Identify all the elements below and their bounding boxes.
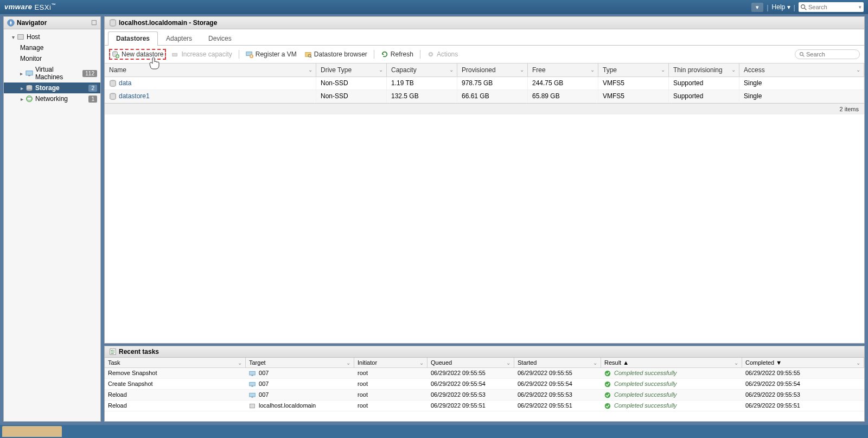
storage-count-badge: 2 xyxy=(88,85,97,92)
navigator-title: Navigator ☐ xyxy=(4,17,100,29)
svg-line-20 xyxy=(310,56,311,58)
svg-point-31 xyxy=(605,371,611,377)
actions-button: Actions xyxy=(425,49,460,59)
task-row[interactable]: Create Snapshot 007root06/29/2022 09:55:… xyxy=(105,379,864,390)
user-menu[interactable]: ▾ xyxy=(751,3,763,12)
logo: vmwareESXi™ xyxy=(4,3,56,11)
increase-capacity-button: Increase capacity xyxy=(169,49,234,59)
nav-manage[interactable]: Manage xyxy=(4,42,100,53)
tab-adapters[interactable]: Adapters xyxy=(158,31,200,45)
tcol-initiator[interactable]: Initiator⌄ xyxy=(354,358,427,367)
networking-count-badge: 1 xyxy=(88,96,97,103)
svg-rect-30 xyxy=(252,375,253,376)
grid-footer: 2 items xyxy=(105,103,864,115)
svg-rect-6 xyxy=(28,75,30,77)
svg-point-9 xyxy=(27,89,33,91)
svg-rect-36 xyxy=(252,397,253,398)
new-datastore-icon xyxy=(112,50,119,58)
svg-line-25 xyxy=(803,55,805,56)
datastores-grid: Name⌄ Drive Type⌄ Capacity⌄ Provisioned⌄… xyxy=(105,63,864,343)
svg-point-37 xyxy=(605,392,611,398)
nav-host[interactable]: ▾ Host xyxy=(4,31,100,42)
register-vm-button[interactable]: Register a VM xyxy=(244,49,299,59)
tcol-result[interactable]: Result ▲⌄ xyxy=(601,358,742,367)
vm-icon xyxy=(25,69,33,77)
global-search[interactable]: ▾ xyxy=(799,2,864,12)
tab-datastores[interactable]: Datastores xyxy=(108,31,158,46)
recent-tasks-title: Recent tasks xyxy=(105,346,864,358)
tcol-task[interactable]: Task⌄ xyxy=(105,358,246,367)
main-panel: localhost.localdomain - Storage Datastor… xyxy=(104,16,865,344)
svg-point-11 xyxy=(27,97,33,100)
svg-point-0 xyxy=(801,4,805,8)
tcol-started[interactable]: Started⌄ xyxy=(514,358,601,367)
search-icon xyxy=(800,52,805,58)
datastore-link[interactable]: data xyxy=(119,79,131,87)
browse-icon xyxy=(304,50,312,58)
vm-count-badge: 112 xyxy=(82,70,97,77)
col-capacity[interactable]: Capacity⌄ xyxy=(387,64,457,77)
new-datastore-button[interactable]: New datastore xyxy=(109,49,166,60)
nav-storage[interactable]: ▸ Storage 2 xyxy=(4,82,100,93)
tcol-target[interactable]: Target⌄ xyxy=(246,358,354,367)
svg-rect-4 xyxy=(18,35,24,40)
svg-rect-32 xyxy=(250,382,256,386)
col-thin[interactable]: Thin provisioning⌄ xyxy=(669,64,739,77)
col-type[interactable]: Type⌄ xyxy=(598,64,669,77)
task-row[interactable]: Remove Snapshot 007root06/29/2022 09:55:… xyxy=(105,368,864,379)
col-drive-type[interactable]: Drive Type⌄ xyxy=(316,64,387,77)
host-icon xyxy=(17,33,24,41)
datastore-icon xyxy=(109,19,117,27)
svg-rect-29 xyxy=(250,371,256,375)
datastore-browser-button[interactable]: Datastore browser xyxy=(302,49,369,59)
refresh-icon xyxy=(381,50,388,58)
compass-icon xyxy=(7,19,15,27)
nav-monitor[interactable]: Monitor xyxy=(4,53,100,64)
col-provisioned[interactable]: Provisioned⌄ xyxy=(457,64,528,77)
navigator-panel: Navigator ☐ ▾ Host Manage Monitor ▸ Virt… xyxy=(3,16,101,422)
svg-point-23 xyxy=(430,53,432,55)
col-access[interactable]: Access⌄ xyxy=(739,64,864,77)
svg-point-24 xyxy=(800,52,803,55)
grid-search[interactable] xyxy=(795,49,860,59)
svg-point-10 xyxy=(27,96,33,102)
refresh-button[interactable]: Refresh xyxy=(379,49,416,59)
svg-rect-15 xyxy=(173,53,177,56)
tab-devices[interactable]: Devices xyxy=(200,31,240,45)
grid-search-input[interactable] xyxy=(806,51,855,58)
datastore-row[interactable]: datastore1Non-SSD132.5 GB66.61 GB65.89 G… xyxy=(105,90,864,103)
storage-icon xyxy=(25,84,33,92)
svg-rect-35 xyxy=(250,393,256,397)
task-row[interactable]: Reload localhost.localdomainroot06/29/20… xyxy=(105,401,864,411)
tasks-icon xyxy=(109,348,117,356)
panel-title: localhost.localdomain - Storage xyxy=(105,17,864,29)
nav-networking[interactable]: ▸ Networking 1 xyxy=(4,93,100,104)
nav-virtual-machines[interactable]: ▸ Virtual Machines 112 xyxy=(4,64,100,82)
datastore-row[interactable]: dataNon-SSD1.19 TB978.75 GB244.75 GBVMFS… xyxy=(105,77,864,90)
bottombar xyxy=(0,425,868,438)
topbar: vmwareESXi™ ▾ | Help ▾ | ▾ xyxy=(0,0,868,14)
increase-capacity-icon xyxy=(171,50,179,58)
register-vm-icon xyxy=(246,50,253,58)
svg-line-1 xyxy=(805,8,806,9)
svg-point-34 xyxy=(605,382,611,388)
tabs: Datastores Adapters Devices xyxy=(105,29,864,46)
svg-rect-5 xyxy=(26,71,33,75)
gear-icon xyxy=(427,50,435,58)
bottombar-tab[interactable] xyxy=(2,426,62,437)
svg-rect-33 xyxy=(252,386,253,387)
col-name[interactable]: Name⌄ xyxy=(105,64,316,77)
svg-rect-38 xyxy=(250,404,255,409)
task-row[interactable]: Reload 007root06/29/2022 09:55:5306/29/2… xyxy=(105,390,864,401)
help-menu[interactable]: Help ▾ xyxy=(772,3,790,11)
search-icon xyxy=(801,4,807,10)
global-search-input[interactable] xyxy=(808,4,852,10)
datastore-link[interactable]: datastore1 xyxy=(119,92,150,100)
network-icon xyxy=(25,95,33,103)
svg-point-39 xyxy=(605,403,611,409)
tcol-queued[interactable]: Queued⌄ xyxy=(427,358,514,367)
recent-tasks-panel: Recent tasks Task⌄ Target⌄ Initiator⌄ Qu… xyxy=(104,346,865,422)
col-free[interactable]: Free⌄ xyxy=(528,64,598,77)
toolbar: New datastore Increase capacity Register… xyxy=(105,46,864,63)
tcol-completed[interactable]: Completed ▼⌄ xyxy=(742,358,864,367)
